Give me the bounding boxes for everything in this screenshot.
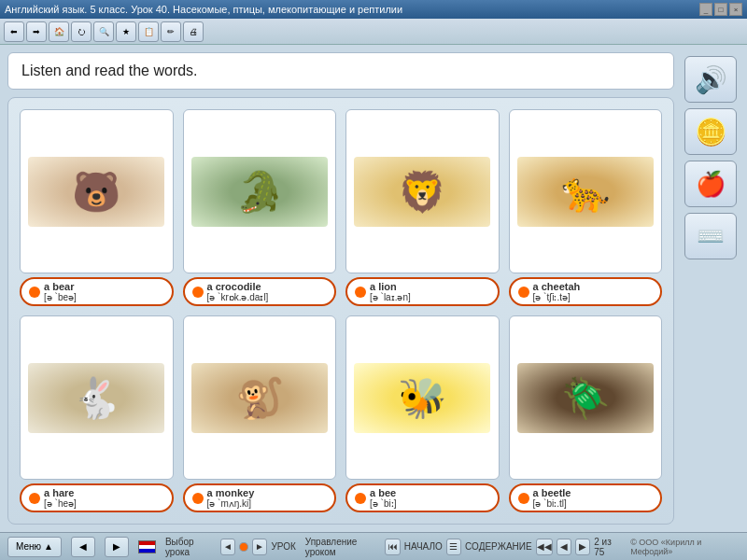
- hare-phonetic: [ə `heə]: [44, 498, 77, 509]
- sidebar-coin-btn[interactable]: 🪙: [684, 108, 737, 155]
- right-sidebar: 🔊 🪙 🍎 ⌨️: [682, 52, 740, 525]
- title-text: Английский язык. 5 класс. Урок 40. Насек…: [5, 4, 402, 15]
- sidebar-keyboard-btn[interactable]: ⌨️: [684, 213, 737, 259]
- audio-dot-bee[interactable]: [355, 493, 366, 504]
- bee-image: 🐝: [354, 363, 490, 433]
- hare-label-text: a hare [ə `heə]: [44, 487, 77, 509]
- monkey-phonetic: [ə `mʌŋ.ki]: [207, 498, 252, 509]
- lesson-prev-btn[interactable]: ◄: [220, 539, 236, 555]
- content-btn[interactable]: ☰: [446, 539, 461, 555]
- crocodile-label-text: a crocodile [ə `krɒk.ə.daɪl]: [207, 281, 269, 302]
- menu-button[interactable]: Меню ▲: [7, 537, 62, 557]
- bear-label-text: a bear [ə `beə]: [44, 281, 77, 302]
- bee-label-text: a bee [ə `biː]: [370, 487, 396, 509]
- monkey-name: a monkey: [207, 487, 255, 498]
- animal-card-beetle: 🪲 a beetle [ə `biː.tl]: [509, 315, 663, 512]
- page-info: 2 из 75: [594, 537, 621, 557]
- audio-dot-cheetah[interactable]: [518, 287, 529, 298]
- copyright-text: © ООО «Кирилл и Мефодий»: [630, 538, 740, 556]
- toolbar-btn-5[interactable]: 🔍: [93, 21, 114, 42]
- lion-image: 🦁: [354, 157, 490, 227]
- animals-row-1: 🐻 a bear [ə `beə] 🐊: [20, 109, 662, 306]
- animal-image-beetle[interactable]: 🪲: [509, 315, 663, 480]
- lesson-name-label: УРОК: [271, 541, 295, 552]
- toolbar-btn-3[interactable]: 🏠: [49, 21, 69, 42]
- hare-name: a hare: [44, 487, 74, 498]
- animal-label-bee[interactable]: a bee [ə `biː]: [345, 483, 500, 512]
- animal-label-hare[interactable]: a hare [ə `heə]: [20, 483, 174, 512]
- lion-name: a lion: [370, 281, 397, 292]
- nav-fwd-btn[interactable]: ▶: [105, 537, 129, 557]
- animal-card-cheetah: 🐆 a cheetah [ə `tʃiː.tə]: [509, 109, 663, 306]
- page-next-btn[interactable]: ▶: [575, 539, 590, 555]
- toolbar-btn-1[interactable]: ⬅: [4, 21, 24, 42]
- lesson-selector-label: Выбор урока: [165, 537, 217, 557]
- page-prev-prev-btn[interactable]: ◀◀: [536, 539, 553, 555]
- bee-name: a bee: [370, 487, 396, 498]
- toolbar-btn-4[interactable]: ⭮: [71, 21, 92, 42]
- audio-dot-crocodile[interactable]: [192, 287, 204, 298]
- sidebar-apple-btn[interactable]: 🍎: [684, 161, 737, 207]
- animal-image-bee[interactable]: 🐝: [345, 315, 500, 480]
- animal-image-cheetah[interactable]: 🐆: [509, 109, 663, 273]
- animal-card-lion: 🦁 a lion [ə `laɪ.ən]: [345, 109, 500, 306]
- nav-back-btn[interactable]: ◀: [71, 537, 95, 557]
- minimize-button[interactable]: _: [699, 3, 712, 16]
- animals-row-2: 🐇 a hare [ə `heə] 🐒: [20, 315, 662, 512]
- toolbar-btn-2[interactable]: ➡: [26, 21, 47, 42]
- audio-dot-bear[interactable]: [29, 287, 40, 298]
- start-label: НАЧАЛО: [404, 541, 443, 552]
- animal-image-hare[interactable]: 🐇: [20, 315, 174, 480]
- toolbar-btn-8[interactable]: ✏: [161, 21, 181, 42]
- page-prev-btn[interactable]: ◀: [557, 539, 571, 555]
- menu-label: Меню: [16, 541, 41, 552]
- animal-card-crocodile: 🐊 a crocodile [ə `krɒk.ə.daɪl]: [183, 109, 337, 306]
- animal-card-bear: 🐻 a bear [ə `beə]: [20, 109, 174, 306]
- animals-area: 🐻 a bear [ə `beə] 🐊: [7, 97, 674, 525]
- animal-image-lion[interactable]: 🦁: [345, 109, 500, 273]
- animal-label-cheetah[interactable]: a cheetah [ə `tʃiː.tə]: [509, 277, 663, 306]
- content-label: СОДЕРЖАНИЕ: [465, 541, 532, 552]
- crocodile-name: a crocodile: [207, 281, 261, 292]
- toolbar-btn-9[interactable]: 🖨: [183, 21, 204, 42]
- sidebar-speaker-btn[interactable]: 🔊: [684, 56, 737, 103]
- menu-arrow-icon: ▲: [44, 541, 53, 552]
- toolbar: ⬅ ➡ 🏠 ⭮ 🔍 ★ 📋 ✏ 🖨: [0, 19, 747, 45]
- bear-image: 🐻: [28, 157, 164, 227]
- audio-dot-lion[interactable]: [355, 287, 366, 298]
- bee-phonetic: [ə `biː]: [370, 498, 396, 509]
- animal-image-crocodile[interactable]: 🐊: [183, 109, 337, 273]
- audio-dot-beetle[interactable]: [518, 493, 529, 504]
- toolbar-btn-6[interactable]: ★: [116, 21, 136, 42]
- cheetah-image: 🐆: [517, 157, 654, 227]
- maximize-button[interactable]: □: [714, 3, 727, 16]
- instruction-text: Listen and read the words.: [21, 63, 198, 78]
- animal-label-monkey[interactable]: a monkey [ə `mʌŋ.ki]: [183, 483, 337, 512]
- animal-label-beetle[interactable]: a beetle [ə `biː.tl]: [509, 483, 663, 512]
- audio-dot-hare[interactable]: [29, 493, 40, 504]
- lesson-next-btn[interactable]: ►: [252, 539, 268, 555]
- lesson-indicator: [239, 542, 247, 552]
- animal-image-monkey[interactable]: 🐒: [183, 315, 337, 480]
- animal-card-bee: 🐝 a bee [ə `biː]: [345, 315, 500, 512]
- content-area: Listen and read the words. 🐻 a bear [ə `…: [7, 52, 674, 525]
- animal-image-bear[interactable]: 🐻: [20, 109, 174, 273]
- start-btn[interactable]: ⏮: [385, 539, 400, 555]
- bear-name: a bear: [44, 281, 74, 292]
- beetle-name: a beetle: [533, 487, 571, 498]
- title-bar: Английский язык. 5 класс. Урок 40. Насек…: [0, 0, 747, 19]
- instruction-box: Listen and read the words.: [7, 52, 674, 90]
- animal-label-crocodile[interactable]: a crocodile [ə `krɒk.ə.daɪl]: [183, 277, 337, 306]
- monkey-image: 🐒: [191, 363, 328, 433]
- beetle-label-text: a beetle [ə `biː.tl]: [533, 487, 571, 509]
- window-controls[interactable]: _ □ ×: [699, 3, 742, 16]
- toolbar-btn-7[interactable]: 📋: [138, 21, 159, 42]
- beetle-phonetic: [ə `biː.tl]: [533, 498, 567, 509]
- language-flag[interactable]: [138, 540, 156, 553]
- animal-label-bear[interactable]: a bear [ə `beə]: [20, 277, 174, 306]
- close-button[interactable]: ×: [729, 3, 742, 16]
- cheetah-label-text: a cheetah [ə `tʃiː.tə]: [533, 281, 581, 302]
- bear-phonetic: [ə `beə]: [44, 292, 77, 302]
- audio-dot-monkey[interactable]: [192, 493, 204, 504]
- animal-label-lion[interactable]: a lion [ə `laɪ.ən]: [345, 277, 500, 306]
